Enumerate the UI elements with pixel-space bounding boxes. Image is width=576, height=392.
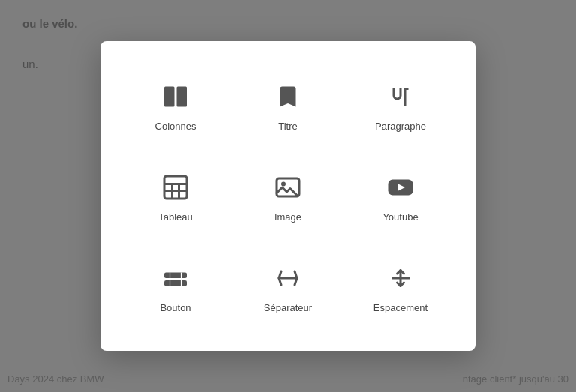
spacing-icon [382,260,418,296]
grid-item-paragraphe[interactable]: Paragraphe [348,71,453,139]
grid-item-titre[interactable]: Titre [236,71,340,139]
svg-rect-2 [164,176,187,199]
separator-icon [270,260,306,296]
paragraphe-label: Paragraphe [375,121,426,132]
youtube-label: Youtube [382,211,418,223]
button-icon [158,260,194,296]
separateur-label: Séparateur [264,302,312,313]
svg-rect-0 [164,87,175,107]
bookmark-icon [270,79,306,115]
svg-point-8 [281,182,286,187]
svg-rect-1 [177,87,188,107]
image-icon [270,169,306,205]
bouton-label: Bouton [160,302,190,313]
insert-block-modal: Colonnes Titre Paragraphe [100,41,476,351]
table-icon [158,169,194,205]
tableau-label: Tableau [158,211,193,223]
paragraph-icon [382,79,418,115]
svg-rect-12 [164,280,187,286]
espacement-label: Espacement [374,302,428,313]
grid-item-separateur[interactable]: Séparateur [236,253,340,321]
grid-item-colonnes[interactable]: Colonnes [123,71,228,139]
columns-icon [158,79,194,115]
grid-item-tableau[interactable]: Tableau [123,162,228,230]
youtube-icon [382,169,418,205]
colonnes-label: Colonnes [155,121,196,132]
block-grid: Colonnes Titre Paragraphe [123,71,453,321]
image-label: Image [274,211,302,223]
modal-overlay[interactable]: Colonnes Titre Paragraphe [0,0,576,392]
grid-item-espacement[interactable]: Espacement [348,253,453,321]
grid-item-bouton[interactable]: Bouton [123,253,228,321]
grid-item-image[interactable]: Image [236,162,340,230]
titre-label: Titre [278,121,298,132]
grid-item-youtube[interactable]: Youtube [348,162,453,230]
svg-rect-11 [164,273,187,279]
